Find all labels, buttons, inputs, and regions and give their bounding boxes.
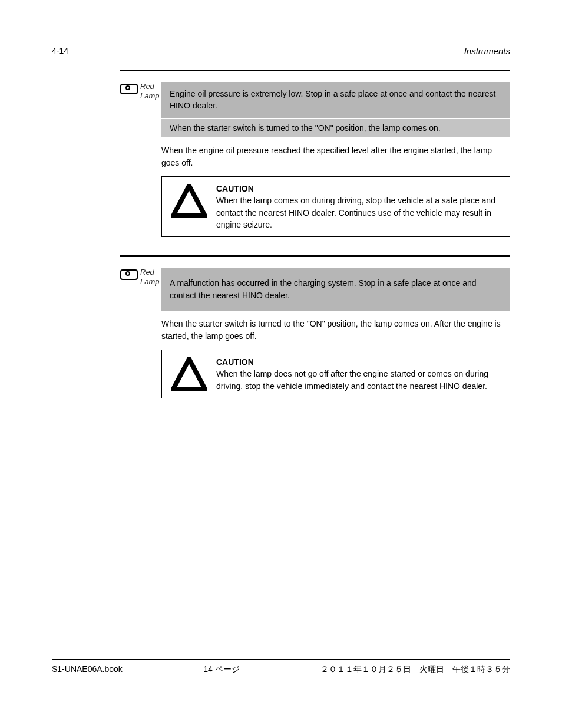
- description-text: When the engine oil pressure reached the…: [161, 144, 510, 169]
- lamp-icon: [120, 84, 138, 94]
- lamp-icon: [120, 269, 138, 280]
- caution-triangle-icon: [170, 356, 208, 391]
- warning-text-primary: Engine oil pressure is extremely low. St…: [161, 82, 510, 118]
- warning-text-primary: A malfunction has occurred in the chargi…: [161, 268, 510, 311]
- caution-box: CAUTION When the lamp does not go off af…: [161, 350, 510, 398]
- caution-text: CAUTION When the lamp does not go off af…: [216, 356, 501, 392]
- lamp-label: Red Lamp: [140, 268, 157, 286]
- caution-body: When the lamp comes on during driving, s…: [216, 196, 495, 229]
- page-number: 4-14: [52, 46, 68, 55]
- caution-box: CAUTION When the lamp comes on during dr…: [161, 176, 510, 237]
- lamp-label: Red Lamp: [140, 82, 157, 100]
- footer-left: S1-UNAE06A.book: [52, 664, 123, 675]
- divider: [120, 70, 510, 71]
- caution-body: When the lamp does not go off after the …: [216, 369, 488, 390]
- footer-right: ２０１１年１０月２５日 火曜日 午後１時３５分: [320, 664, 510, 675]
- page-title: Instruments: [464, 46, 510, 56]
- warning-text-secondary: When the starter switch is turned to the…: [161, 119, 510, 138]
- caution-title: CAUTION: [216, 184, 254, 193]
- page-footer: S1-UNAE06A.book 14 ページ ２０１１年１０月２５日 火曜日 午…: [52, 659, 510, 675]
- footer-center: 14 ページ: [203, 664, 239, 675]
- divider: [120, 255, 510, 257]
- caution-text: CAUTION When the lamp comes on during dr…: [216, 183, 501, 230]
- caution-title: CAUTION: [216, 357, 254, 367]
- description-text: When the starter switch is turned to the…: [161, 318, 510, 342]
- caution-triangle-icon: [170, 183, 208, 218]
